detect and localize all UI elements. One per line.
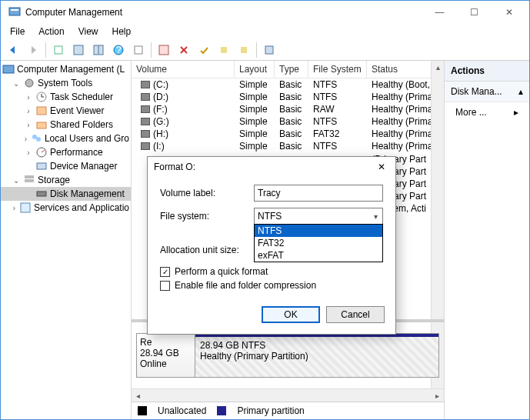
svg-rect-22 — [37, 107, 46, 115]
svg-rect-11 — [159, 45, 168, 55]
volume-icon — [141, 118, 150, 125]
minimize-button[interactable]: — — [422, 1, 457, 24]
scroll-right-icon[interactable]: ▸ — [431, 389, 444, 402]
svg-rect-0 — [9, 8, 20, 15]
col-filesystem[interactable]: File System — [308, 61, 367, 78]
volume-table-header: Volume Layout Type File System Status — [132, 61, 444, 78]
cancel-button[interactable]: Cancel — [326, 306, 385, 323]
app-icon — [8, 6, 21, 18]
svg-rect-32 — [21, 203, 30, 212]
help-icon[interactable]: ? — [109, 41, 128, 59]
tree-pane: Computer Management (L ⌄System Tools ›Ta… — [1, 61, 132, 419]
tree-shared-folders[interactable]: ›Shared Folders — [1, 118, 131, 132]
svg-rect-28 — [37, 163, 46, 169]
pane1-icon[interactable] — [69, 41, 88, 59]
tree-system-tools[interactable]: ⌄System Tools — [1, 76, 131, 90]
delete-icon[interactable] — [175, 41, 193, 59]
legend: Unallocated Primary partition — [132, 402, 444, 419]
table-row[interactable]: (I:)SimpleBasicNTFSHealthy (Primary Part — [132, 140, 444, 152]
chevron-down-icon: ▾ — [374, 212, 379, 221]
menu-help[interactable]: Help — [106, 25, 138, 38]
disk-row[interactable]: Re 28.94 GB Online 28.94 GB NTFS Healthy… — [136, 333, 439, 378]
close-button[interactable]: ✕ — [492, 1, 526, 24]
volume-icon — [141, 81, 150, 88]
refresh-icon[interactable] — [155, 41, 173, 59]
pane2-icon[interactable] — [89, 41, 108, 59]
compression-label: Enable file and folder compression — [175, 280, 316, 291]
svg-rect-1 — [11, 9, 18, 11]
quick-format-checkbox[interactable]: ✓ — [160, 267, 170, 277]
ok-button[interactable]: OK — [262, 306, 320, 323]
actions-more[interactable]: More ... ▸ — [445, 102, 529, 122]
tree-local-users[interactable]: ›Local Users and Gro — [1, 132, 131, 145]
svg-rect-29 — [25, 175, 34, 178]
extra1-icon[interactable] — [215, 41, 233, 59]
svg-rect-4 — [55, 46, 62, 54]
svg-rect-15 — [241, 47, 247, 53]
horizontal-scrollbar[interactable]: ◂ ▸ — [132, 388, 444, 402]
table-row[interactable]: (D:)SimpleBasicNTFSHealthy (Primary Part — [132, 91, 444, 103]
tree-performance[interactable]: ›Performance — [1, 145, 131, 159]
svg-rect-10 — [135, 46, 142, 54]
tree-services[interactable]: ›Services and Applicatio — [1, 201, 131, 215]
actions-section[interactable]: Disk Mana... ▴ — [445, 82, 529, 102]
file-system-combo[interactable]: NTFS ▾ — [254, 208, 383, 225]
extra2-icon[interactable] — [235, 41, 253, 59]
col-type[interactable]: Type — [275, 61, 308, 78]
chevron-right-icon: ▸ — [514, 107, 518, 118]
maximize-button[interactable]: ☐ — [457, 1, 492, 24]
svg-rect-30 — [25, 179, 34, 182]
table-row[interactable]: (C:)SimpleBasicNTFSHealthy (Boot, Page F — [132, 78, 444, 91]
fs-option-exfat[interactable]: exFAT — [255, 249, 382, 262]
menu-file[interactable]: File — [4, 25, 31, 38]
tree-event-viewer[interactable]: ›Event Viewer — [1, 104, 131, 118]
menu-view[interactable]: View — [72, 25, 105, 38]
legend-unallocated-swatch — [138, 406, 147, 415]
tree-root[interactable]: Computer Management (L — [1, 62, 131, 76]
volume-label-input[interactable] — [254, 185, 383, 202]
tree-device-manager[interactable]: Device Manager — [1, 159, 131, 173]
svg-point-25 — [36, 137, 41, 142]
forward-icon — [24, 41, 42, 59]
menu-bar: File Action View Help — [1, 24, 529, 39]
dialog-close-icon[interactable]: ✕ — [374, 162, 389, 172]
col-layout[interactable]: Layout — [235, 61, 275, 78]
extra3-icon[interactable] — [260, 41, 278, 59]
dialog-title: Format O: — [154, 162, 374, 172]
check-icon[interactable] — [195, 41, 213, 59]
props-icon[interactable] — [129, 41, 148, 59]
svg-rect-23 — [37, 122, 46, 128]
svg-rect-16 — [265, 46, 273, 54]
legend-primary-label: Primary partition — [237, 405, 304, 416]
tree-task-scheduler[interactable]: ›Task Scheduler — [1, 90, 131, 104]
back-icon[interactable] — [4, 41, 22, 59]
tree-disk-management[interactable]: Disk Management — [1, 187, 131, 201]
tree-root-label: Computer Management (L — [17, 64, 125, 75]
volume-label-label: Volume label: — [160, 188, 254, 198]
collapse-icon: ▴ — [518, 86, 523, 97]
disk-label: Re 28.94 GB Online — [137, 334, 195, 377]
svg-point-24 — [32, 135, 37, 139]
svg-rect-31 — [37, 192, 46, 196]
svg-point-18 — [25, 79, 33, 87]
fs-option-ntfs[interactable]: NTFS — [255, 225, 382, 237]
compression-checkbox[interactable] — [160, 281, 170, 291]
svg-rect-17 — [3, 65, 14, 73]
col-volume[interactable]: Volume — [132, 61, 235, 78]
table-row[interactable]: (H:)SimpleBasicFAT32Healthy (Primary Par… — [132, 128, 444, 140]
table-row[interactable]: (G:)SimpleBasicNTFSHealthy (Primary Part — [132, 115, 444, 128]
disk-partition[interactable]: 28.94 GB NTFS Healthy (Primary Partition… — [195, 334, 438, 377]
actions-header: Actions — [445, 61, 529, 82]
scroll-up-icon[interactable]: ▴ — [432, 61, 445, 74]
actions-pane: Actions Disk Mana... ▴ More ... ▸ — [445, 61, 529, 419]
scroll-left-icon[interactable]: ◂ — [132, 389, 145, 402]
menu-action[interactable]: Action — [32, 25, 70, 38]
svg-marker-2 — [10, 46, 15, 54]
tree-storage[interactable]: ⌄Storage — [1, 173, 131, 187]
svg-marker-3 — [32, 46, 36, 54]
table-row[interactable]: (F:)SimpleBasicRAWHealthy (Primary Part — [132, 103, 444, 115]
file-system-dropdown: NTFS FAT32 exFAT — [254, 224, 383, 262]
fs-option-fat32[interactable]: FAT32 — [255, 237, 382, 249]
allocation-size-label: Allocation unit size: — [160, 245, 254, 255]
up-icon[interactable] — [49, 41, 68, 59]
